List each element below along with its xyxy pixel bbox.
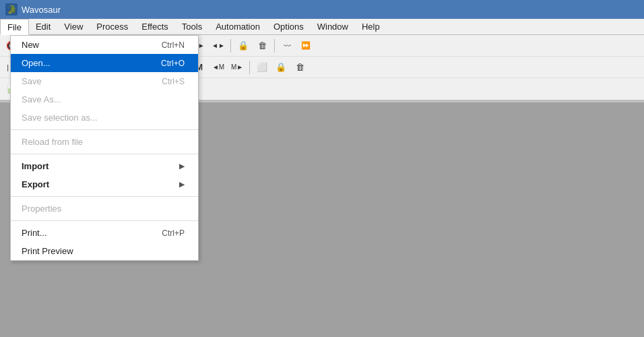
title-bar: 🐊 Wavosaur	[0, 0, 644, 19]
tb-fast-fwd2[interactable]: ⏩	[297, 38, 315, 54]
menu-tools[interactable]: Tools	[175, 19, 209, 34]
menu-import[interactable]: Import ▶	[11, 157, 198, 175]
menu-edit[interactable]: Edit	[29, 19, 57, 34]
menu-reload[interactable]: Reload from file	[11, 133, 198, 151]
menu-save-selection[interactable]: Save selection as...	[11, 109, 198, 127]
tb-next-m[interactable]: M►	[228, 59, 246, 75]
menu-options[interactable]: Options	[267, 19, 311, 34]
title-text: Wavosaur	[22, 5, 61, 15]
tb-prev-m[interactable]: ◄M	[210, 59, 227, 75]
sep5	[274, 39, 275, 53]
menu-view[interactable]: View	[57, 19, 90, 34]
menu-open[interactable]: Open... Ctrl+O	[11, 54, 198, 72]
menu-process[interactable]: Process	[90, 19, 135, 34]
menu-properties[interactable]: Properties	[11, 200, 198, 218]
menu-help[interactable]: Help	[355, 19, 387, 34]
tb-delete1[interactable]: 🗑	[253, 38, 271, 54]
menu-bar: File Edit View Process Effects Tools Aut…	[0, 19, 644, 35]
menu-automation[interactable]: Automation	[209, 19, 267, 34]
tb-lr[interactable]: ◄►	[210, 38, 227, 54]
menu-new[interactable]: New Ctrl+N	[11, 36, 198, 54]
import-arrow-icon: ▶	[179, 162, 185, 170]
tb-lock1[interactable]: 🔒	[234, 38, 252, 54]
separator-3	[11, 196, 198, 197]
separator-1	[11, 129, 198, 130]
menu-export[interactable]: Export ▶	[11, 175, 198, 193]
menu-save[interactable]: Save Ctrl+S	[11, 72, 198, 90]
separator-4	[11, 220, 198, 221]
menu-file[interactable]: File	[0, 19, 29, 35]
tb-lock2[interactable]: 🔒	[272, 59, 290, 75]
menu-print-preview[interactable]: Print Preview	[11, 242, 198, 260]
export-arrow-icon: ▶	[179, 181, 185, 188]
sep9	[249, 61, 250, 74]
tb-rect[interactable]: ⬜	[253, 59, 271, 75]
menu-effects[interactable]: Effects	[135, 19, 175, 34]
menu-save-as[interactable]: Save As...	[11, 90, 198, 109]
sep4	[230, 39, 231, 53]
menu-print[interactable]: Print... Ctrl+P	[11, 224, 198, 242]
app-icon: 🐊	[5, 3, 18, 16]
tb-delete2[interactable]: 🗑	[291, 59, 309, 75]
separator-2	[11, 154, 198, 154]
tb-wave2[interactable]: 〰	[278, 38, 296, 54]
menu-window[interactable]: Window	[311, 19, 355, 34]
file-dropdown: New Ctrl+N Open... Ctrl+O Save Ctrl+S Sa…	[10, 35, 199, 261]
